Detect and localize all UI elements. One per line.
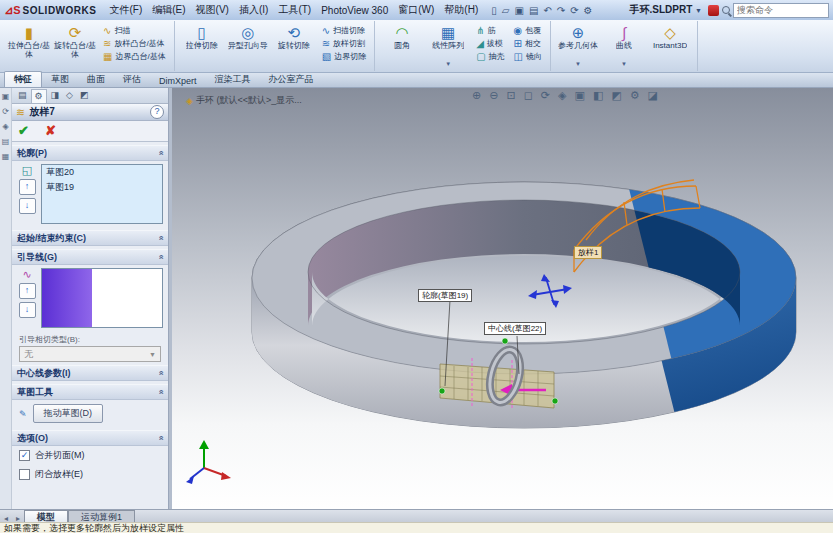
shell-button[interactable]: ▢ 抽壳 [474, 51, 506, 62]
profiles-listbox[interactable]: 草图20 草图19 [41, 164, 163, 224]
display-style-icon[interactable]: ▣ [574, 89, 584, 102]
undo-icon[interactable]: ↶ [543, 5, 551, 16]
tab-evaluate[interactable]: 评估 [114, 72, 150, 87]
menu-photoview[interactable]: PhotoView 360 [316, 3, 393, 18]
boundary-boss-button[interactable]: ▦ 边界凸台/基体 [101, 51, 168, 62]
merge-faces-checkbox[interactable]: ✓ [19, 450, 30, 461]
tab-dimxpert[interactable]: DimXpert [150, 75, 206, 87]
redo-icon[interactable]: ↷ [557, 5, 565, 16]
hide-show-items-icon[interactable]: ◧ [593, 89, 603, 102]
rebuild-icon[interactable]: ⟳ [570, 5, 578, 16]
cancel-button[interactable]: ✘ [45, 123, 56, 139]
apply-scene-icon[interactable]: ⚙ [630, 89, 640, 102]
curves-button[interactable]: ∫ 曲线 ▼ [601, 22, 647, 67]
profile-list-item[interactable]: 草图20 [42, 165, 162, 180]
boundary-cut-button[interactable]: ▧ 边界切除 [320, 51, 368, 62]
linear-pattern-dropdown-icon[interactable]: ▼ [445, 61, 451, 67]
profiles-section-header[interactable]: 轮廓(P) » [12, 145, 168, 161]
guide-curves-listbox[interactable] [41, 268, 163, 328]
draft-button[interactable]: ◢ 拔模 [474, 38, 506, 49]
wrap-button[interactable]: ◉ 包覆 [512, 25, 544, 36]
sweep-cut-button[interactable]: ∿ 扫描切除 [320, 25, 368, 36]
profile-endpoint-marker[interactable] [502, 338, 508, 344]
tree-part-icon[interactable]: ▣ [2, 92, 10, 101]
revolve-cut-button[interactable]: ⟲ 旋转切除 [271, 22, 317, 61]
sketch-tools-header[interactable]: 草图工具 » [12, 384, 168, 400]
profile-endpoint-marker[interactable] [439, 388, 445, 394]
profile-list-item[interactable]: 草图19 [42, 180, 162, 195]
band-model[interactable] [252, 92, 833, 473]
tree-sensors-icon[interactable]: ◈ [2, 122, 8, 131]
zoom-fit-icon[interactable]: ⊕ [472, 89, 481, 102]
menu-window[interactable]: 窗口(W) [393, 1, 439, 19]
open-document-icon[interactable]: ▱ [502, 5, 510, 16]
options-section-header[interactable]: 选项(O) » [12, 430, 168, 446]
previous-view-icon[interactable]: ◻ [524, 89, 533, 102]
tree-material-icon[interactable]: ▦ [2, 152, 10, 161]
tab-sketch[interactable]: 草图 [42, 72, 78, 87]
drag-sketch-button[interactable]: 拖动草图(D) [33, 404, 104, 423]
featuremanager-tab-icon[interactable]: ▤ [15, 89, 30, 102]
guide-curves-header[interactable]: 引导线(G) » [12, 249, 168, 265]
dimxpertmanager-tab-icon[interactable]: ◇ [63, 89, 76, 102]
start-end-constraints-header[interactable]: 起始/结束约束(C) » [12, 230, 168, 246]
hole-wizard-button[interactable]: ◎ 异型孔向导 [225, 22, 271, 61]
mirror-button[interactable]: ◫ 镜向 [512, 51, 544, 62]
profile-callout[interactable]: 轮廓(草图19) [418, 289, 472, 302]
menu-edit[interactable]: 编辑(E) [147, 1, 190, 19]
loft-button[interactable]: ≋ 放样凸台/基体 [101, 38, 168, 49]
loft-callout[interactable]: 放样1 [574, 246, 602, 259]
view-orientation-icon[interactable]: ◈ [558, 89, 566, 102]
command-search-input[interactable] [733, 3, 829, 18]
fillet-button[interactable]: ◠ 圆角 [379, 22, 425, 61]
save-icon[interactable]: ▣ [514, 5, 523, 16]
rib-button[interactable]: ⋔ 筋 [474, 25, 506, 36]
tree-annotations-icon[interactable]: ▤ [2, 137, 10, 146]
zoom-in-out-icon[interactable]: ⊡ [506, 89, 515, 102]
new-document-icon[interactable]: ▯ [491, 5, 497, 16]
tab-features[interactable]: 特征 [4, 71, 42, 87]
centerline-callout[interactable]: 中心线(草图22) [484, 322, 546, 335]
guide-tangency-dropdown[interactable]: 无 ▼ [19, 346, 161, 362]
centerline-parameters-header[interactable]: 中心线参数(I) » [12, 365, 168, 381]
tree-history-icon[interactable]: ⟳ [2, 107, 9, 116]
linear-pattern-button[interactable]: ▦ 线性阵列 ▼ [425, 22, 471, 67]
move-guide-up-button[interactable]: ↑ [19, 283, 36, 299]
instant3d-button[interactable]: ◇ Instant3D [647, 22, 693, 61]
tab-office-products[interactable]: 办公室产品 [260, 72, 323, 87]
options-icon[interactable]: ⚙ [584, 5, 593, 16]
model-canvas[interactable] [172, 88, 833, 509]
ok-button[interactable]: ✔ [18, 123, 29, 139]
reference-geometry-dropdown-icon[interactable]: ▼ [575, 61, 581, 67]
zoom-area-icon[interactable]: ⊖ [489, 89, 498, 102]
move-profile-down-button[interactable]: ↓ [19, 198, 36, 214]
document-title-dropdown-icon[interactable]: ▼ [695, 7, 702, 14]
revolve-boss-button[interactable]: ⟳ 旋转凸台/基体 [52, 22, 98, 61]
move-profile-up-button[interactable]: ↑ [19, 179, 36, 195]
close-loft-checkbox[interactable] [19, 469, 30, 480]
menu-file[interactable]: 文件(F) [104, 1, 147, 19]
graphics-area[interactable]: ◈ 手环 (默认<<默认>_显示... ⊕ ⊖ ⊡ ◻ ⟳ ◈ ▣ ◧ ◩ ⚙ … [172, 88, 833, 509]
extrude-cut-button[interactable]: ▯ 拉伸切除 [179, 22, 225, 61]
edit-appearance-icon[interactable]: ◩ [611, 89, 621, 102]
curves-dropdown-icon[interactable]: ▼ [621, 61, 627, 67]
menu-tools[interactable]: 工具(T) [273, 1, 316, 19]
tab-render-tools[interactable]: 渲染工具 [206, 72, 260, 87]
menu-view[interactable]: 视图(V) [191, 1, 234, 19]
section-view-icon[interactable]: ◪ [648, 89, 658, 102]
profile-endpoint-marker[interactable] [552, 398, 558, 404]
tab-surfaces[interactable]: 曲面 [78, 72, 114, 87]
rotate-view-icon[interactable]: ⟳ [541, 89, 550, 102]
help-button[interactable]: ? [150, 105, 164, 119]
menu-help[interactable]: 帮助(H) [439, 1, 483, 19]
print-icon[interactable]: ▤ [529, 5, 538, 16]
sweep-button[interactable]: ∿ 扫描 [101, 25, 168, 36]
propertymanager-tab-icon[interactable]: ⚙ [31, 89, 47, 103]
configurationmanager-tab-icon[interactable]: ◨ [48, 89, 63, 102]
loft-cut-button[interactable]: ≋ 放样切割 [320, 38, 368, 49]
menu-insert[interactable]: 插入(I) [234, 1, 273, 19]
move-guide-down-button[interactable]: ↓ [19, 302, 36, 318]
reference-geometry-button[interactable]: ⊕ 参考几何体 ▼ [555, 22, 601, 67]
extrude-boss-button[interactable]: ▮ 拉伸凸台/基体 [6, 22, 52, 61]
intersect-button[interactable]: ⊞ 相交 [512, 38, 544, 49]
